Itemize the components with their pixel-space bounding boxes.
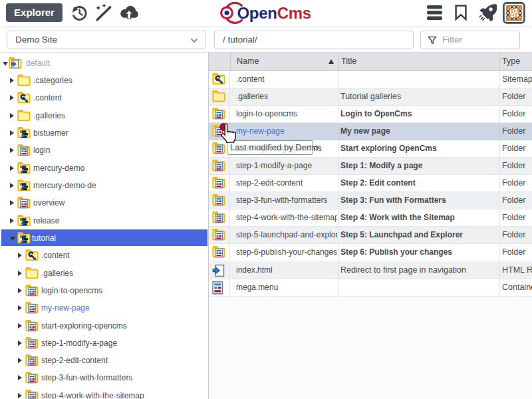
svg-text:OpenCms: OpenCms <box>237 4 311 22</box>
